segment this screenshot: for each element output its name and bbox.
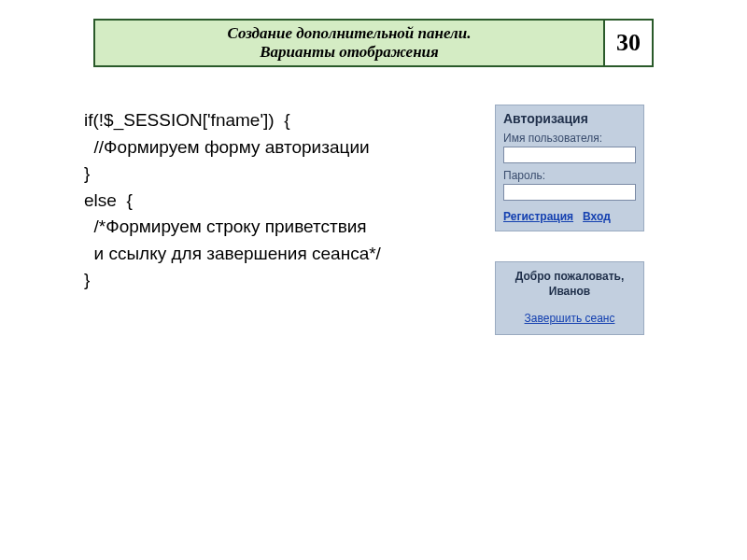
welcome-text: Добро пожаловать, Иванов	[501, 270, 638, 299]
welcome-line-1: Добро пожаловать,	[515, 270, 624, 283]
slide-number: 30	[605, 19, 654, 67]
password-input[interactable]	[503, 184, 636, 201]
password-label: Пароль:	[496, 167, 643, 182]
welcome-line-2: Иванов	[549, 285, 590, 298]
code-line: else {	[84, 188, 381, 215]
code-line: }	[84, 267, 381, 294]
auth-form-panel: Авторизация Имя пользователя: Пароль: Ре…	[495, 105, 644, 231]
welcome-panel: Добро пожаловать, Иванов Завершить сеанс	[495, 261, 644, 335]
code-line: и ссылку для завершения сеанса*/	[84, 241, 381, 268]
auth-links-row: Регистрация Вход	[496, 204, 643, 231]
code-line: //Формируем форму авторизации	[84, 134, 381, 161]
code-line: if(!$_SESSION['fname']) {	[84, 107, 381, 134]
slide-title: Создание дополнительной панели. Варианты…	[93, 19, 605, 67]
login-link[interactable]: Вход	[583, 210, 611, 223]
code-line: /*Формируем строку приветствия	[84, 214, 381, 241]
code-line: }	[84, 161, 381, 188]
title-line-2: Варианты отображения	[260, 43, 439, 62]
slide-header: Создание дополнительной панели. Варианты…	[93, 19, 654, 67]
username-label: Имя пользователя:	[496, 130, 643, 145]
register-link[interactable]: Регистрация	[503, 210, 573, 223]
code-snippet: if(!$_SESSION['fname']) { //Формируем фо…	[84, 107, 381, 294]
username-input[interactable]	[503, 147, 636, 163]
title-line-1: Создание дополнительной панели.	[227, 24, 471, 43]
logout-link[interactable]: Завершить сеанс	[501, 312, 638, 325]
auth-title: Авторизация	[496, 105, 643, 130]
